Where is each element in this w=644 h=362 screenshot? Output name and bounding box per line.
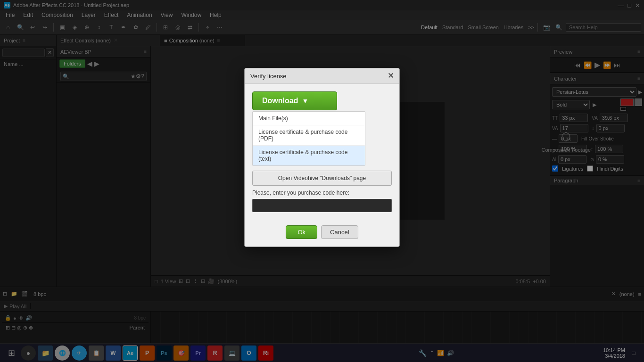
download-license-pdf[interactable]: License certificate & purchase code (PDF… <box>253 125 365 146</box>
open-videohive-label: Open Videohive "Downloads" page <box>278 175 366 181</box>
purchase-code-label: Please, enter you purchase code here: <box>252 189 392 196</box>
download-main-files[interactable]: Main File(s) <box>253 112 365 125</box>
download-label: Download <box>262 97 298 105</box>
cancel-button[interactable]: Cancel <box>321 225 358 239</box>
download-arrow-icon: ▼ <box>302 97 308 105</box>
modal-close-button[interactable]: ✕ <box>388 72 394 80</box>
ok-button[interactable]: Ok <box>286 225 317 239</box>
download-section: Download ▼ Main File(s) License certific… <box>252 91 392 166</box>
download-license-text[interactable]: License certificate & purchase code (tex… <box>253 146 365 165</box>
modal-body: Download ▼ Main File(s) License certific… <box>245 84 399 220</box>
download-button[interactable]: Download ▼ <box>252 91 337 110</box>
open-videohive-button[interactable]: Open Videohive "Downloads" page <box>252 171 392 186</box>
modal-titlebar: Verify license ✕ <box>245 68 399 84</box>
modal-overlay: Verify license ✕ Download ▼ Main File(s)… <box>0 0 644 362</box>
download-dropdown: Main File(s) License certificate & purch… <box>252 111 365 166</box>
purchase-code-input[interactable] <box>252 199 392 212</box>
modal-footer: Ok Cancel <box>245 220 399 247</box>
verify-license-modal: Verify license ✕ Download ▼ Main File(s)… <box>244 68 400 247</box>
modal-title: Verify license <box>250 73 388 80</box>
